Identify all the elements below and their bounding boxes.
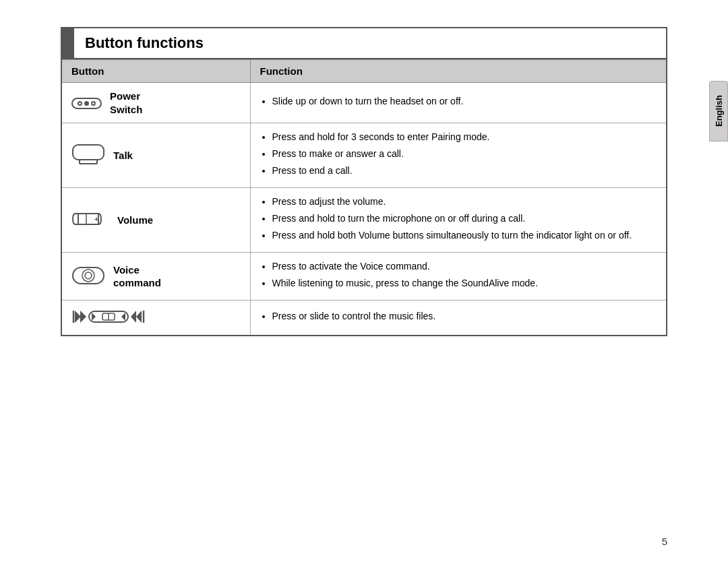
voice-icon-svg — [71, 266, 105, 285]
function-item: Press to make or answer a call. — [272, 147, 657, 161]
function-item: While listening to music, press to chang… — [272, 276, 657, 290]
btn-cell-voice: Voicecommand — [71, 263, 241, 290]
col-header-button: Button — [61, 60, 250, 83]
button-cell-media — [61, 301, 250, 336]
icon-dot-right — [91, 101, 96, 106]
function-item: Press and hold to turn the microphone on… — [272, 212, 657, 226]
volume-icon-svg: + — [71, 210, 109, 228]
col-header-function: Function — [250, 60, 667, 83]
btn-cell-power: PowerSwitch — [71, 90, 241, 116]
media-icon-svg — [71, 307, 146, 326]
talk-label: Talk — [113, 149, 133, 162]
page-number: 5 — [662, 536, 667, 547]
talk-icon — [71, 144, 105, 167]
table-row: Voicecommand Press to activate the Voice… — [61, 253, 667, 301]
btn-cell-media — [71, 307, 241, 328]
volume-label: Volume — [117, 214, 153, 227]
function-cell-power: Slide up or down to turn the headset on … — [250, 83, 667, 123]
table-row: Talk Press and hold for 3 seconds to ent… — [61, 123, 667, 188]
main-content: Button functions Button Function — [61, 27, 667, 336]
svg-marker-18 — [131, 311, 136, 323]
svg-marker-11 — [75, 311, 81, 323]
table-row: + Volume Press to adjust the volume. Pre — [61, 188, 667, 253]
function-item: Press to end a call. — [272, 164, 657, 178]
svg-marker-12 — [80, 311, 86, 323]
table-row: PowerSwitch Slide up or down to turn the… — [61, 83, 667, 123]
btn-cell-talk: Talk — [71, 144, 241, 167]
svg-point-8 — [85, 272, 92, 279]
table-header-row: Button Function — [61, 60, 667, 83]
table-row: Press or slide to control the music file… — [61, 301, 667, 336]
title-accent-bar — [62, 28, 74, 58]
volume-icon: + — [71, 210, 109, 230]
function-cell-volume: Press to adjust the volume. Press and ho… — [250, 188, 667, 253]
svg-rect-0 — [73, 145, 104, 160]
function-item: Press to adjust the volume. — [272, 195, 657, 209]
button-cell-volume: + Volume — [61, 188, 250, 253]
button-cell-power: PowerSwitch — [61, 83, 250, 123]
function-list-media: Press or slide to control the music file… — [260, 309, 657, 323]
button-cell-talk: Talk — [61, 123, 250, 188]
function-list-voice: Press to activate the Voice command. Whi… — [260, 259, 657, 290]
power-switch-label: PowerSwitch — [110, 90, 142, 116]
function-cell-media: Press or slide to control the music file… — [250, 301, 667, 336]
function-cell-voice: Press to activate the Voice command. Whi… — [250, 253, 667, 301]
function-item: Press to activate the Voice command. — [272, 259, 657, 274]
function-list-talk: Press and hold for 3 seconds to enter Pa… — [260, 130, 657, 178]
function-item: Slide up or down to turn the headset on … — [272, 94, 657, 108]
section-title: Button functions — [74, 29, 214, 57]
function-list-power: Slide up or down to turn the headset on … — [260, 94, 657, 108]
sidebar-label: English — [714, 96, 724, 127]
icon-dot-center — [84, 101, 89, 106]
icon-dot-left — [78, 101, 82, 106]
btn-cell-volume: + Volume — [71, 210, 241, 230]
page-container: English Button functions Button Function — [0, 0, 728, 566]
button-cell-voice: Voicecommand — [61, 253, 250, 301]
function-list-volume: Press to adjust the volume. Press and ho… — [260, 195, 657, 243]
function-item: Press and hold both Volume buttons simul… — [272, 228, 657, 243]
section-title-block: Button functions — [61, 27, 667, 59]
svg-marker-19 — [136, 311, 142, 323]
voice-command-label: Voicecommand — [113, 263, 161, 290]
media-control-icon — [71, 307, 146, 328]
function-cell-talk: Press and hold for 3 seconds to enter Pa… — [250, 123, 667, 188]
power-switch-icon — [71, 97, 102, 109]
voice-command-icon — [71, 266, 105, 287]
function-item: Press or slide to control the music file… — [272, 309, 657, 323]
talk-icon-svg — [71, 144, 105, 165]
button-functions-table: Button Function — [61, 59, 667, 336]
function-item: Press and hold for 3 seconds to enter Pa… — [272, 130, 657, 144]
sidebar-tab: English — [709, 81, 728, 142]
